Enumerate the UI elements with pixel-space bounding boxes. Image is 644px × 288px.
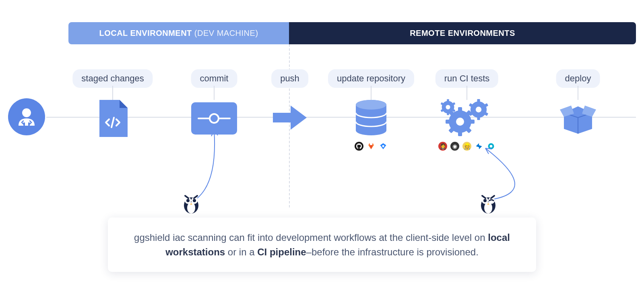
database-icon [355, 100, 387, 135]
update-repository-node [355, 100, 387, 137]
description-text: ggshield iac scanning can fit into devel… [128, 230, 516, 259]
owl-curve-to-commit [177, 129, 233, 201]
ggshield-owl-ci-icon [479, 193, 497, 214]
github-icon [355, 142, 363, 151]
stage-pill-ci: run CI tests [436, 69, 498, 88]
pipeline-flow-line [46, 117, 636, 118]
gitlab-icon [367, 142, 376, 151]
local-environment-header: LOCAL ENVIRONMENT (DEV MACHINE) [68, 22, 289, 44]
stage-pill-deploy: deploy [556, 69, 600, 88]
local-env-subtitle: (DEV MACHINE) [194, 29, 258, 38]
push-node [273, 100, 307, 126]
remote-env-title: REMOTE ENVIRONMENTS [410, 29, 515, 38]
ggshield-owl-local-icon [182, 193, 200, 214]
description-callout: ggshield iac scanning can fit into devel… [108, 218, 536, 272]
travis-icon: 👷 [462, 142, 471, 151]
deploy-node [560, 100, 596, 133]
package-box-icon [560, 102, 596, 134]
ci-provider-logos: 🤵 ◉ 👷 [438, 142, 495, 151]
developer-icon [8, 98, 45, 135]
staged-changes-node [98, 100, 128, 139]
svg-point-18 [186, 199, 190, 202]
bitbucket-icon [379, 142, 388, 151]
circleci-icon: ◉ [450, 142, 459, 151]
stage-pill-update-repo: update repository [328, 69, 414, 88]
gears-icon [441, 98, 493, 139]
commit-node [191, 100, 237, 132]
ci-tests-node [441, 100, 493, 142]
stage-pill-staged: staged changes [72, 69, 153, 88]
person-icon [14, 105, 39, 129]
commit-icon [191, 102, 237, 135]
code-file-icon [98, 100, 128, 137]
svg-point-11 [446, 105, 450, 110]
svg-point-4 [356, 100, 386, 110]
stage-pill-commit: commit [191, 69, 237, 88]
repo-provider-logos [355, 142, 388, 151]
svg-point-7 [456, 118, 464, 126]
svg-point-24 [483, 199, 487, 202]
svg-point-19 [193, 199, 196, 202]
remote-environment-header: REMOTE ENVIRONMENTS [289, 22, 636, 44]
svg-point-0 [22, 108, 31, 117]
azure-pipelines-icon [475, 142, 483, 151]
local-env-title: LOCAL ENVIRONMENT [99, 29, 192, 38]
stage-pill-push: push [271, 69, 308, 88]
push-arrow-icon [273, 106, 307, 130]
jenkins-icon: 🤵 [438, 142, 447, 151]
drone-icon [487, 142, 495, 151]
environment-header: LOCAL ENVIRONMENT (DEV MACHINE) REMOTE E… [68, 22, 636, 44]
svg-point-13 [490, 145, 493, 148]
svg-point-9 [476, 107, 481, 112]
svg-rect-6 [458, 107, 462, 113]
